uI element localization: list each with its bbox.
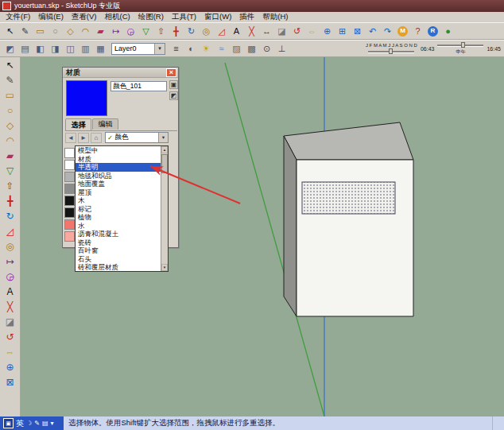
plugin-help-icon[interactable]: ?: [410, 24, 425, 38]
color-swatch[interactable]: [64, 207, 75, 218]
close-icon[interactable]: ×: [166, 68, 176, 77]
keyboard-icon[interactable]: ▤: [42, 420, 48, 427]
menu-item[interactable]: 绘图(R): [134, 12, 168, 22]
protractor-icon[interactable]: ◶: [2, 269, 19, 284]
tape-measure-icon[interactable]: ↦: [108, 24, 123, 38]
material-category-item[interactable]: 地面覆盖: [76, 180, 161, 188]
layers-icon[interactable]: ≡: [169, 41, 184, 56]
color-swatch[interactable]: [64, 172, 75, 182]
view-left-icon[interactable]: ◫: [63, 41, 78, 56]
menu-item[interactable]: 窗口(W): [200, 12, 235, 22]
color-swatch[interactable]: [64, 231, 75, 242]
axes-tool-icon[interactable]: ╳: [2, 299, 19, 314]
box-side-face[interactable]: [284, 136, 297, 316]
arc-tool-icon[interactable]: ◠: [2, 133, 19, 148]
forward-icon[interactable]: ►: [78, 133, 89, 143]
ime-logo-icon[interactable]: ▣: [3, 418, 14, 428]
eraser-tool-icon[interactable]: ▰: [93, 24, 108, 38]
rectangle-tool-icon[interactable]: ▭: [2, 87, 19, 103]
plugin-green-icon[interactable]: ●: [440, 24, 456, 38]
material-category-item[interactable]: 屋顶: [76, 188, 161, 197]
zoom-tool-icon[interactable]: ⊕: [320, 24, 335, 38]
material-category-item[interactable]: 瓷砖: [76, 238, 161, 247]
pen-icon[interactable]: ✎: [34, 420, 40, 427]
scroll-down-icon[interactable]: ▼: [161, 264, 168, 271]
menu-item[interactable]: 帮助(H): [258, 12, 292, 22]
walk-icon[interactable]: ⊥: [274, 41, 289, 56]
scrollbar[interactable]: ▲ ▼: [161, 146, 168, 271]
slider-thumb[interactable]: [389, 48, 393, 54]
dimension-tool-icon[interactable]: ↔: [259, 24, 274, 38]
color-swatch[interactable]: [64, 196, 75, 206]
scroll-up-icon[interactable]: ▲: [161, 146, 168, 153]
chevron-down-icon[interactable]: ▼: [158, 133, 168, 142]
camera-icon[interactable]: ⊙: [259, 41, 274, 56]
move-tool-icon[interactable]: ╋: [169, 24, 184, 38]
view-iso-icon[interactable]: ◩: [2, 41, 17, 56]
material-category-item[interactable]: 百叶窗: [76, 246, 161, 255]
circle-tool-icon[interactable]: ○: [48, 24, 63, 38]
rotate-tool-icon[interactable]: ↻: [2, 208, 19, 223]
zoom-extents-icon[interactable]: ⊠: [2, 374, 19, 389]
text-tool-icon[interactable]: A: [2, 284, 19, 299]
fog-icon[interactable]: ≈: [214, 41, 229, 56]
view-top-icon[interactable]: ▤: [17, 41, 33, 56]
shadow-time-slider[interactable]: [437, 42, 483, 48]
view-bottom-icon[interactable]: ▦: [93, 41, 108, 56]
rotate-tool-icon[interactable]: ↻: [184, 24, 199, 38]
material-category-item[interactable]: 植物: [76, 213, 161, 222]
section-plane-icon[interactable]: ◪: [2, 314, 19, 329]
eraser-tool-icon[interactable]: ▰: [2, 148, 19, 163]
dialog-title-bar[interactable]: 材质 ×: [63, 68, 178, 78]
menu-item[interactable]: 相机(C): [100, 12, 134, 22]
offset-tool-icon[interactable]: ◎: [2, 238, 19, 254]
chevron-down-icon[interactable]: ▼: [154, 44, 165, 54]
protractor-icon[interactable]: ◶: [123, 24, 138, 38]
redo-view-icon[interactable]: ↷: [380, 24, 395, 38]
material-category-item[interactable]: 地毯和织品: [76, 172, 161, 180]
moon-icon[interactable]: ☽: [26, 420, 32, 427]
plugin-m-icon[interactable]: M: [397, 26, 408, 37]
polygon-tool-icon[interactable]: ◇: [63, 24, 78, 38]
text-tool-icon[interactable]: A: [229, 24, 244, 38]
grid-icon[interactable]: ▩: [244, 41, 259, 56]
ime-bar[interactable]: ▣ 英 ☽✎▤▾: [0, 416, 64, 430]
scrollbar-thumb[interactable]: [161, 154, 168, 173]
pan-tool-icon[interactable]: ⇔: [304, 24, 320, 38]
material-category-item[interactable]: 模型中: [76, 146, 161, 155]
color-swatch[interactable]: [64, 148, 75, 158]
material-category-item[interactable]: 石头: [76, 255, 161, 264]
slider-thumb[interactable]: [461, 42, 465, 48]
color-swatch[interactable]: [64, 160, 75, 170]
menu-item[interactable]: 插件: [235, 12, 258, 22]
orbit-tool-icon[interactable]: ↺: [2, 329, 19, 344]
push-pull-icon[interactable]: ⇧: [2, 178, 19, 193]
line-tool-icon[interactable]: ✎: [17, 24, 33, 38]
material-category-item[interactable]: 水: [76, 222, 161, 230]
color-swatch[interactable]: [64, 219, 75, 230]
polygon-tool-icon[interactable]: ◇: [2, 118, 19, 133]
material-category-item[interactable]: 材质: [76, 155, 161, 164]
plugin-r-icon[interactable]: R: [428, 26, 438, 37]
menu-item[interactable]: 工具(T): [168, 12, 200, 22]
back-icon[interactable]: ◄: [65, 133, 76, 143]
undo-view-icon[interactable]: ↶: [365, 24, 380, 38]
select-tool-icon[interactable]: ↖: [2, 57, 19, 72]
ime-language-toggle[interactable]: 英: [16, 418, 24, 429]
tab-edit[interactable]: 编辑: [92, 118, 118, 130]
section-plane-icon[interactable]: ◪: [274, 24, 289, 38]
color-swatch[interactable]: [64, 184, 75, 194]
layer-dropdown[interactable]: Layer0 ▼: [111, 43, 165, 55]
paint-bucket-icon[interactable]: ▽: [2, 163, 19, 178]
create-material-icon[interactable]: ▣: [169, 80, 178, 89]
chevron-down-icon[interactable]: ▾: [50, 420, 53, 427]
texture-icon[interactable]: ▨: [229, 41, 244, 56]
material-category-item[interactable]: 木: [76, 196, 161, 205]
tab-select[interactable]: 选择: [65, 118, 91, 130]
sun-icon[interactable]: ☀: [199, 41, 214, 56]
view-front-icon[interactable]: ◧: [33, 41, 48, 56]
view-right-icon[interactable]: ▥: [78, 41, 93, 56]
menu-item[interactable]: 文件(F): [2, 12, 34, 22]
tape-measure-icon[interactable]: ↦: [2, 254, 19, 269]
offset-tool-icon[interactable]: ◎: [199, 24, 214, 38]
